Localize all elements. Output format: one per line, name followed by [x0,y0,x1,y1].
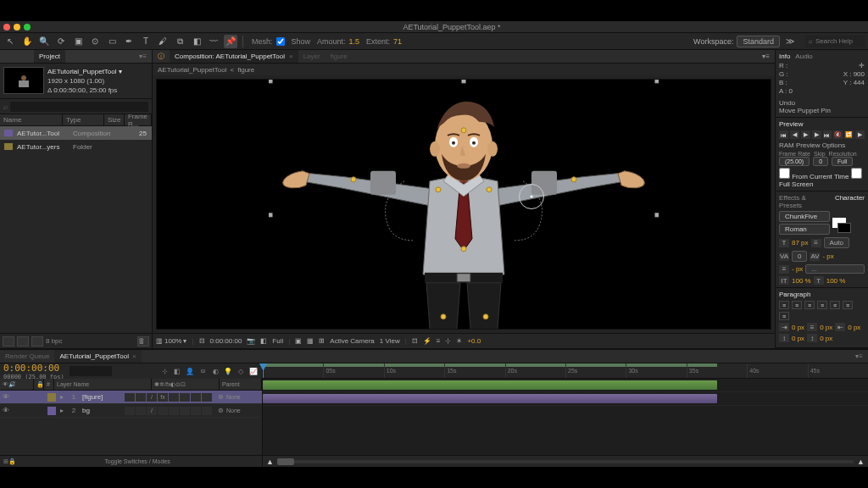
time-ruler[interactable]: 05s 10s 15s 20s 25s 30s 35s 40s 45s [263,363,868,379]
zoom-slider[interactable] [277,460,854,463]
comp-name[interactable]: AETutorial_PuppetTool ▾ [47,67,122,76]
zoom-out-icon[interactable]: ▲ [266,458,274,466]
skip-value[interactable]: 0 [813,157,828,166]
collapse-switch[interactable] [136,393,146,402]
layer-color-swatch[interactable] [47,393,56,402]
indent-left-value[interactable]: 0 px [792,324,804,331]
effects-tab[interactable]: Effects & Presets [779,194,830,209]
minimize-window-icon[interactable] [14,24,20,30]
view-layout-icon[interactable]: ⊞ [319,337,325,345]
hide-shy-icon[interactable]: 👤 [185,367,195,375]
workspace-value[interactable]: Standard [737,36,780,47]
tracks-area[interactable] [263,379,868,455]
col-framerate[interactable]: Frame R... [125,114,152,125]
layer-row[interactable]: 👁 ▸ 1 [figure] /fx ⊚ None [0,391,262,404]
draft3d-icon[interactable]: ◧ [172,367,182,375]
panel-menu-icon[interactable]: ▾≡ [850,350,868,363]
leading-value[interactable]: Auto [824,237,849,248]
align-left-icon[interactable]: ≡ [779,301,789,309]
ram-preview-icon[interactable]: ▶ [855,130,865,139]
snapshot-icon[interactable]: 📷 [247,337,255,345]
first-frame-icon[interactable]: ⏮ [779,130,788,139]
layer-name[interactable]: [figure] [80,393,125,401]
pickwhip-icon[interactable]: ⊚ [214,393,226,401]
justify-all-icon[interactable]: ≡ [779,312,789,320]
col-type[interactable]: Type [63,114,104,125]
close-tab-icon[interactable]: × [289,53,293,60]
new-comp-icon[interactable] [31,336,43,347]
selection-tool-icon[interactable]: ↖ [3,35,17,48]
pixel-aspect-icon[interactable]: ⊡ [412,337,418,345]
justify-last-center-icon[interactable]: ≡ [830,301,840,309]
shy-switch[interactable] [125,393,135,402]
from-current-checkbox[interactable] [779,168,790,179]
puppet-pin-tool-icon[interactable]: 📌 [224,35,237,48]
next-frame-icon[interactable]: ▶ [812,130,821,139]
new-folder-icon[interactable] [17,336,29,347]
pan-behind-tool-icon[interactable]: ⊙ [88,35,102,48]
indent-first-value[interactable]: 0 px [820,324,832,331]
hscale-value[interactable]: 100 % [826,277,846,285]
zoom-dropdown[interactable]: ▥ 100% ▾ [156,337,186,345]
col-parent[interactable]: Parent [220,379,262,390]
audio-tab[interactable]: Audio [795,53,812,60]
prev-frame-icon[interactable]: ◀ [790,130,799,139]
comp-mini-flowchart-icon[interactable]: ⊹ [159,367,170,375]
graph-editor-icon[interactable]: 📈 [248,367,259,375]
align-right-icon[interactable]: ≡ [804,301,815,309]
stroke-width-value[interactable]: - px [792,265,803,273]
resolution-value[interactable]: Full [832,157,853,166]
stroke-color-swatch[interactable] [837,223,851,233]
col-layername[interactable]: Layer Name [54,379,152,390]
mesh-show-checkbox[interactable] [276,37,285,46]
help-search[interactable]: ⌕ Search Help [805,36,865,47]
indent-right-value[interactable]: 0 px [848,324,860,331]
interpret-footage-icon[interactable] [3,336,14,347]
character-tab[interactable]: Character [835,194,865,209]
clone-tool-icon[interactable]: ⧉ [173,35,186,48]
color-depth[interactable]: 8 bpc [46,337,63,345]
delete-icon[interactable]: 🗑 [137,336,149,347]
adjustment-switch[interactable] [191,393,201,402]
timeline-comp-tab[interactable]: AETutorial_PuppetTool × [54,350,141,363]
loop-icon[interactable]: 🔁 [844,130,854,139]
font-style-dropdown[interactable]: Roman [779,224,830,235]
lock-icon[interactable]: 🔒 [8,458,16,465]
extent-value[interactable]: 71 [393,37,402,46]
crumb-child[interactable]: figure [237,66,254,74]
brainstorm-icon[interactable]: 💡 [223,367,233,375]
render-queue-tab[interactable]: Render Queue [0,350,54,363]
justify-last-left-icon[interactable]: ≡ [817,301,827,309]
preview-tab[interactable]: Preview [779,120,803,128]
layer-parent-dropdown[interactable]: None [226,394,262,400]
visibility-toggle[interactable]: 👁 [0,393,12,401]
tracking-value[interactable]: - px [822,252,833,260]
frameblend-switch[interactable] [169,393,179,402]
fx-switch[interactable]: fx [158,393,168,402]
pickwhip-icon[interactable]: ⊚ [214,407,226,414]
rotobrush-tool-icon[interactable]: 〰 [207,35,220,48]
resolution-half-icon[interactable]: ⊟ [199,337,205,345]
project-item[interactable]: AETutor...yers Folder [0,140,152,153]
project-search-input[interactable] [10,102,148,112]
eraser-tool-icon[interactable]: ◧ [190,35,203,48]
framerate-value[interactable]: (25.00) [779,157,810,166]
quality-switch[interactable]: / [147,393,157,402]
hand-tool-icon[interactable]: ✋ [20,35,34,48]
camera-dropdown[interactable]: Active Camera [330,337,374,345]
layer-search-input[interactable] [70,366,112,376]
panel-menu-icon[interactable]: ▾≡ [134,50,152,63]
visibility-toggle[interactable]: 👁 [0,407,12,414]
auto-keyframe-icon[interactable]: ◇ [236,367,246,375]
info-tab[interactable]: Info [779,53,790,60]
zoom-window-icon[interactable] [24,24,31,30]
flowchart-icon[interactable]: ⊹ [445,337,451,345]
exposure-value[interactable]: +0.0 [467,337,481,345]
layer-bar[interactable] [263,380,717,390]
space-after-value[interactable]: 0 px [820,335,832,342]
comp-tab[interactable]: Composition: AETutorial_PuppetTool × [170,50,298,63]
justify-last-right-icon[interactable]: ≡ [843,301,853,309]
shape-tool-icon[interactable]: ▭ [105,35,119,48]
ram-options-label[interactable]: RAM Preview Options [779,141,865,149]
timeline-icon[interactable]: ≡ [437,337,441,345]
